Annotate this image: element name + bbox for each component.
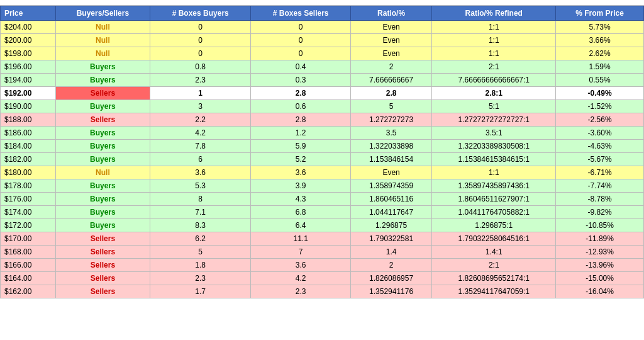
table-row: $196.00Buyers0.80.422:11.59% — [1, 60, 644, 74]
cell-boxes-sellers: 3.9 — [251, 179, 350, 193]
cell-buyers-sellers: Buyers — [55, 219, 150, 232]
cell-boxes-sellers: 6.4 — [251, 219, 350, 232]
cell-ratio: 3.5 — [350, 127, 431, 140]
table-row: $178.00Buyers5.33.91.3589743591.35897435… — [1, 179, 644, 193]
cell-ratio-refined: 1.296875:1 — [432, 219, 556, 232]
table-row: $174.00Buyers7.16.81.0441176471.04411764… — [1, 206, 644, 219]
col-header-boxes-sellers: # Boxes Sellers — [251, 6, 350, 21]
cell-from-price: 3.66% — [556, 34, 644, 47]
cell-ratio-refined: 7.66666666666667:1 — [432, 74, 556, 87]
cell-from-price: -5.67% — [556, 153, 644, 166]
cell-boxes-buyers: 5 — [150, 246, 251, 259]
table-row: $164.00Sellers2.34.21.8260869571.8260869… — [1, 272, 644, 285]
col-header-ratio-refined: Ratio/% Refined — [432, 6, 556, 21]
cell-from-price: 0.55% — [556, 74, 644, 87]
cell-ratio-refined: 1:1 — [432, 34, 556, 47]
cell-ratio-refined: 1.15384615384615:1 — [432, 153, 556, 166]
cell-ratio: 1.153846154 — [350, 153, 431, 166]
cell-boxes-buyers: 0 — [150, 21, 251, 34]
cell-price: $204.00 — [1, 21, 56, 34]
cell-boxes-sellers: 0.6 — [251, 100, 350, 113]
cell-boxes-sellers: 2.3 — [251, 285, 350, 298]
cell-boxes-buyers: 7.1 — [150, 206, 251, 219]
cell-ratio-refined: 1.32203389830508:1 — [432, 140, 556, 153]
cell-boxes-sellers: 3.6 — [251, 259, 350, 272]
cell-price: $166.00 — [1, 259, 56, 272]
cell-ratio: 1.322033898 — [350, 140, 431, 153]
cell-boxes-buyers: 3.6 — [150, 166, 251, 179]
cell-ratio-refined: 1.86046511627907:1 — [432, 193, 556, 206]
table-row: $168.00Sellers571.41.4:1-12.93% — [1, 246, 644, 259]
cell-from-price: -12.93% — [556, 246, 644, 259]
cell-buyers-sellers: Sellers — [55, 246, 150, 259]
table-row: $198.00Null00Even1:12.62% — [1, 47, 644, 60]
cell-ratio: Even — [350, 21, 431, 34]
cell-boxes-buyers: 7.8 — [150, 140, 251, 153]
table-row: $184.00Buyers7.85.91.3220338981.32203389… — [1, 140, 644, 153]
cell-boxes-sellers: 6.8 — [251, 206, 350, 219]
cell-from-price: -15.00% — [556, 272, 644, 285]
cell-from-price: -10.85% — [556, 219, 644, 232]
cell-ratio: 5 — [350, 100, 431, 113]
table-row: $176.00Buyers84.31.8604651161.8604651162… — [1, 193, 644, 206]
cell-ratio: Even — [350, 166, 431, 179]
cell-ratio: 2 — [350, 259, 431, 272]
cell-boxes-sellers: 0.3 — [251, 74, 350, 87]
table-row: $170.00Sellers6.211.11.7903225811.790322… — [1, 232, 644, 246]
cell-boxes-buyers: 2.3 — [150, 74, 251, 87]
cell-boxes-buyers: 3 — [150, 100, 251, 113]
cell-ratio: 7.666666667 — [350, 74, 431, 87]
cell-buyers-sellers: Buyers — [55, 153, 150, 166]
cell-price: $200.00 — [1, 34, 56, 47]
cell-buyers-sellers: Sellers — [55, 87, 150, 100]
cell-from-price: 5.73% — [556, 21, 644, 34]
cell-buyers-sellers: Null — [55, 166, 150, 179]
cell-boxes-sellers: 11.1 — [251, 232, 350, 246]
cell-boxes-buyers: 2.2 — [150, 113, 251, 127]
cell-boxes-buyers: 8 — [150, 193, 251, 206]
cell-buyers-sellers: Buyers — [55, 100, 150, 113]
cell-boxes-sellers: 4.3 — [251, 193, 350, 206]
cell-ratio-refined: 5:1 — [432, 100, 556, 113]
cell-price: $170.00 — [1, 232, 56, 246]
cell-price: $164.00 — [1, 272, 56, 285]
cell-boxes-sellers: 2.8 — [251, 113, 350, 127]
cell-boxes-sellers: 0 — [251, 47, 350, 60]
col-header-from-price: % From Price — [556, 6, 644, 21]
cell-ratio: Even — [350, 47, 431, 60]
cell-buyers-sellers: Sellers — [55, 259, 150, 272]
cell-buyers-sellers: Null — [55, 21, 150, 34]
cell-buyers-sellers: Buyers — [55, 60, 150, 74]
cell-boxes-buyers: 6 — [150, 153, 251, 166]
table-row: $204.00Null00Even1:15.73% — [1, 21, 644, 34]
cell-ratio: 1.044117647 — [350, 206, 431, 219]
cell-ratio-refined: 2:1 — [432, 259, 556, 272]
cell-ratio: 1.790322581 — [350, 232, 431, 246]
cell-price: $194.00 — [1, 74, 56, 87]
cell-price: $188.00 — [1, 113, 56, 127]
cell-price: $172.00 — [1, 219, 56, 232]
cell-ratio: 1.352941176 — [350, 285, 431, 298]
cell-boxes-buyers: 1 — [150, 87, 251, 100]
cell-boxes-sellers: 3.6 — [251, 166, 350, 179]
cell-buyers-sellers: Buyers — [55, 127, 150, 140]
cell-buyers-sellers: Buyers — [55, 193, 150, 206]
cell-price: $182.00 — [1, 153, 56, 166]
cell-ratio: 1.826086957 — [350, 272, 431, 285]
cell-ratio: 1.860465116 — [350, 193, 431, 206]
cell-from-price: -13.96% — [556, 259, 644, 272]
table-header-row: Price Buyers/Sellers # Boxes Buyers # Bo… — [1, 6, 644, 21]
cell-ratio-refined: 1.04411764705882:1 — [432, 206, 556, 219]
cell-buyers-sellers: Sellers — [55, 285, 150, 298]
cell-price: $180.00 — [1, 166, 56, 179]
cell-from-price: -16.04% — [556, 285, 644, 298]
cell-ratio-refined: 2:1 — [432, 60, 556, 74]
table-row: $190.00Buyers30.655:1-1.52% — [1, 100, 644, 113]
cell-buyers-sellers: Sellers — [55, 232, 150, 246]
cell-ratio: 2.8 — [350, 87, 431, 100]
main-table: Price Buyers/Sellers # Boxes Buyers # Bo… — [0, 6, 644, 298]
cell-from-price: -1.52% — [556, 100, 644, 113]
cell-price: $192.00 — [1, 87, 56, 100]
cell-from-price: 2.62% — [556, 47, 644, 60]
col-header-buyers-sellers: Buyers/Sellers — [55, 6, 150, 21]
